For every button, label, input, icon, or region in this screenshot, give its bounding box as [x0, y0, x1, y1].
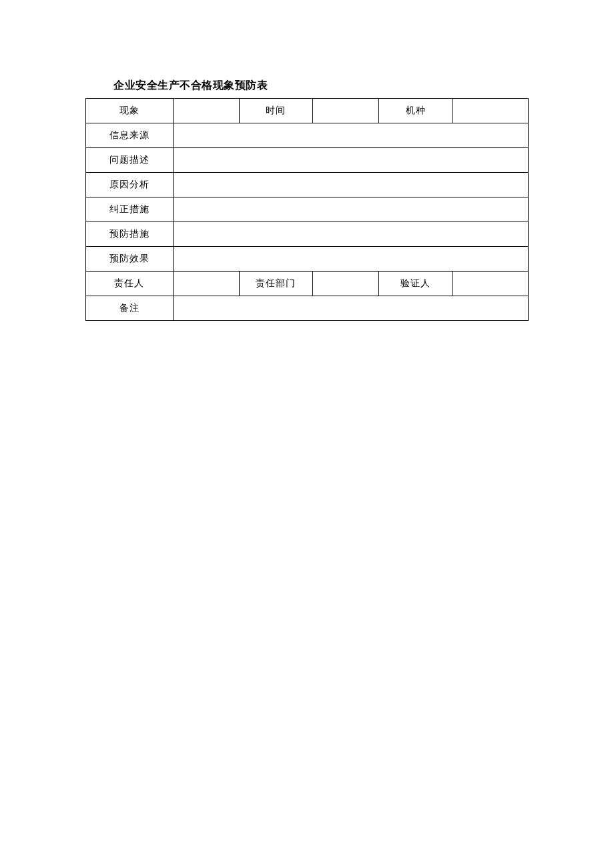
- problem-desc-value: [173, 148, 528, 173]
- corrective-action-value: [173, 197, 528, 222]
- phenomenon-value: [173, 99, 239, 123]
- corrective-action-label: 纠正措施: [86, 197, 174, 222]
- table-row: 预防措施: [86, 222, 529, 247]
- preventive-effect-value: [173, 247, 528, 272]
- responsible-dept-label: 责任部门: [239, 272, 312, 296]
- problem-desc-label: 问题描述: [86, 148, 174, 173]
- remark-value: [173, 296, 528, 321]
- verifier-label: 验证人: [379, 272, 452, 296]
- cause-analysis-label: 原因分析: [86, 173, 174, 197]
- table-row: 现象 时间 机种: [86, 99, 529, 123]
- responsible-person-label: 责任人: [86, 272, 174, 296]
- table-row: 信息来源: [86, 123, 529, 148]
- responsible-person-value: [173, 272, 239, 296]
- form-title: 企业安全生产不合格现象预防表: [113, 79, 529, 93]
- table-row: 原因分析: [86, 173, 529, 197]
- remark-label: 备注: [86, 296, 174, 321]
- table-row: 预防效果: [86, 247, 529, 272]
- table-row: 纠正措施: [86, 197, 529, 222]
- info-source-label: 信息来源: [86, 123, 174, 148]
- prevention-form-table: 现象 时间 机种 信息来源 问题描述 原因分析 纠正措施 预防措施 预防: [85, 98, 529, 321]
- verifier-value: [452, 272, 528, 296]
- table-row: 责任人 责任部门 验证人: [86, 272, 529, 296]
- table-row: 问题描述: [86, 148, 529, 173]
- machine-type-value: [452, 99, 528, 123]
- document-page: 企业安全生产不合格现象预防表 现象 时间 机种 信息来源 问题描述 原因分析: [0, 0, 614, 321]
- responsible-dept-value: [312, 272, 378, 296]
- preventive-effect-label: 预防效果: [86, 247, 174, 272]
- time-label: 时间: [239, 99, 312, 123]
- preventive-action-label: 预防措施: [86, 222, 174, 247]
- info-source-value: [173, 123, 528, 148]
- machine-type-label: 机种: [379, 99, 452, 123]
- cause-analysis-value: [173, 173, 528, 197]
- time-value: [312, 99, 378, 123]
- phenomenon-label: 现象: [86, 99, 174, 123]
- table-row: 备注: [86, 296, 529, 321]
- preventive-action-value: [173, 222, 528, 247]
